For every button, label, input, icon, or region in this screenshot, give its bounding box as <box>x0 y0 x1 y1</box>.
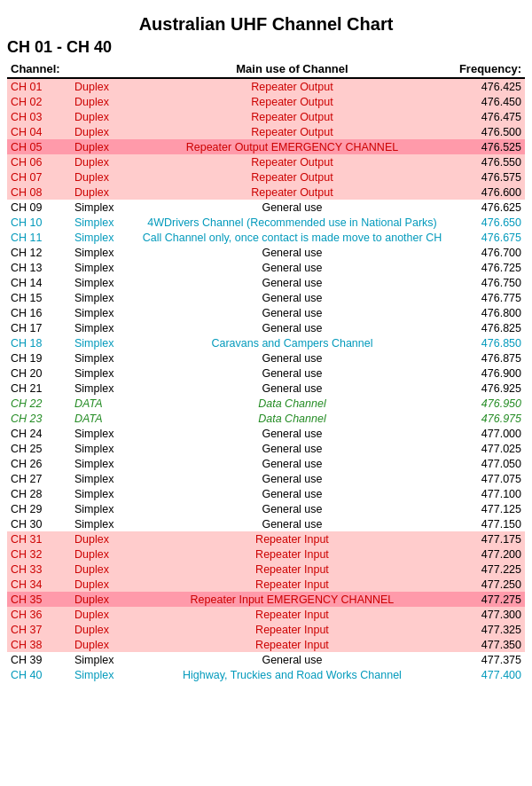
channel-number: CH 30 <box>7 516 71 531</box>
channel-number: CH 01 <box>7 78 71 94</box>
channel-type: Duplex <box>71 109 129 124</box>
channel-number: CH 24 <box>7 426 71 441</box>
channel-frequency: 477.175 <box>456 531 525 546</box>
channel-number: CH 04 <box>7 124 71 139</box>
channel-frequency: 476.600 <box>456 185 525 200</box>
channel-frequency: 477.100 <box>456 486 525 501</box>
channel-number: CH 16 <box>7 305 71 320</box>
channel-number: CH 07 <box>7 169 71 185</box>
channel-main-use: Data Channel <box>129 396 456 411</box>
channel-number: CH 20 <box>7 365 71 381</box>
channel-main-use: General use <box>129 381 456 396</box>
channel-number: CH 33 <box>7 562 71 577</box>
channel-type: Simplex <box>71 305 129 320</box>
channel-main-use: Repeater Output <box>129 185 456 200</box>
channel-number: CH 25 <box>7 441 71 456</box>
channel-main-use: General use <box>129 350 456 365</box>
channel-frequency: 476.825 <box>456 320 525 335</box>
channel-frequency: 477.325 <box>456 622 525 637</box>
channel-main-use: General use <box>129 441 456 456</box>
channel-number: CH 15 <box>7 290 71 305</box>
channel-number: CH 09 <box>7 200 71 215</box>
channel-main-use: Repeater Output <box>129 94 456 109</box>
channel-type: Duplex <box>71 562 129 577</box>
channel-type: Simplex <box>71 245 129 260</box>
channel-number: CH 22 <box>7 396 71 411</box>
channel-number: CH 37 <box>7 622 71 637</box>
channel-main-use: General use <box>129 275 456 290</box>
channel-type: Simplex <box>71 501 129 516</box>
channel-frequency: 477.075 <box>456 471 525 486</box>
channel-number: CH 19 <box>7 350 71 365</box>
channel-main-use: Repeater Input <box>129 637 456 652</box>
channel-main-use: Caravans and Campers Channel <box>129 335 456 350</box>
channel-type: Simplex <box>71 456 129 471</box>
channel-type: Simplex <box>71 441 129 456</box>
channel-main-use: General use <box>129 305 456 320</box>
channel-frequency: 476.800 <box>456 305 525 320</box>
header-main: Main use of Channel <box>129 60 456 78</box>
channel-frequency: 477.300 <box>456 607 525 622</box>
channel-number: CH 28 <box>7 486 71 501</box>
channel-number: CH 14 <box>7 275 71 290</box>
channel-main-use: General use <box>129 486 456 501</box>
channel-main-use: Call Channel only, once contact is made … <box>129 230 456 245</box>
channel-type: Duplex <box>71 154 129 169</box>
channel-type: Simplex <box>71 215 129 230</box>
channel-type: Duplex <box>71 531 129 546</box>
channel-main-use: General use <box>129 245 456 260</box>
channel-main-use: Repeater Input <box>129 546 456 562</box>
channel-main-use: General use <box>129 200 456 215</box>
channel-frequency: 477.275 <box>456 592 525 607</box>
channel-frequency: 477.125 <box>456 501 525 516</box>
channel-number: CH 40 <box>7 667 71 682</box>
channel-main-use: General use <box>129 456 456 471</box>
channel-frequency: 476.725 <box>456 260 525 275</box>
channel-frequency: 476.625 <box>456 200 525 215</box>
channel-main-use: Repeater Output EMERGENCY CHANNEL <box>129 139 456 154</box>
channel-type: Duplex <box>71 139 129 154</box>
channel-type: Duplex <box>71 185 129 200</box>
channel-main-use: General use <box>129 260 456 275</box>
channel-frequency: 476.500 <box>456 124 525 139</box>
channel-frequency: 476.750 <box>456 275 525 290</box>
channel-number: CH 31 <box>7 531 71 546</box>
channel-number: CH 35 <box>7 592 71 607</box>
channel-type: DATA <box>71 411 129 426</box>
channel-type: Duplex <box>71 637 129 652</box>
channel-number: CH 02 <box>7 94 71 109</box>
channel-main-use: Repeater Output <box>129 78 456 94</box>
channel-number: CH 29 <box>7 501 71 516</box>
channel-table: Channel: Main use of Channel Frequency: … <box>7 60 525 682</box>
channel-type: Duplex <box>71 124 129 139</box>
channel-frequency: 476.450 <box>456 94 525 109</box>
channel-frequency: 476.775 <box>456 290 525 305</box>
channel-type: Duplex <box>71 622 129 637</box>
channel-number: CH 36 <box>7 607 71 622</box>
channel-main-use: 4WDrivers Channel (Recommended use in Na… <box>129 215 456 230</box>
channel-frequency: 476.900 <box>456 365 525 381</box>
channel-number: CH 21 <box>7 381 71 396</box>
channel-number: CH 38 <box>7 637 71 652</box>
channel-type: Simplex <box>71 516 129 531</box>
channel-number: CH 27 <box>7 471 71 486</box>
channel-frequency: 476.575 <box>456 169 525 185</box>
channel-type: Simplex <box>71 652 129 667</box>
channel-number: CH 26 <box>7 456 71 471</box>
channel-frequency: 476.975 <box>456 411 525 426</box>
channel-type: Simplex <box>71 320 129 335</box>
channel-type: Simplex <box>71 471 129 486</box>
channel-type: Duplex <box>71 94 129 109</box>
channel-frequency: 477.200 <box>456 546 525 562</box>
channel-main-use: Repeater Input <box>129 622 456 637</box>
channel-main-use: General use <box>129 652 456 667</box>
channel-type: Simplex <box>71 260 129 275</box>
channel-type: Simplex <box>71 381 129 396</box>
channel-main-use: General use <box>129 426 456 441</box>
channel-type: Simplex <box>71 486 129 501</box>
channel-type: Duplex <box>71 78 129 94</box>
channel-type: Simplex <box>71 200 129 215</box>
channel-number: CH 10 <box>7 215 71 230</box>
channel-number: CH 17 <box>7 320 71 335</box>
channel-main-use: General use <box>129 290 456 305</box>
